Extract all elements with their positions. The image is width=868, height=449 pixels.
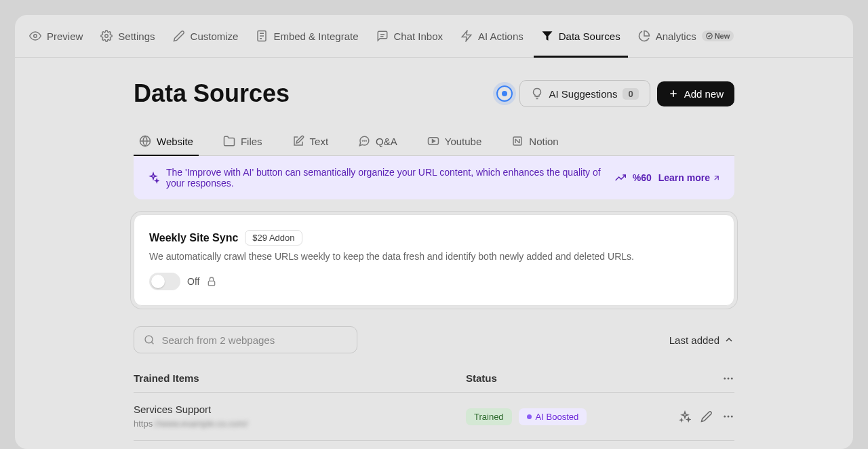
nav-embed-label: Embed & Integrate xyxy=(273,31,358,42)
lock-icon xyxy=(206,276,217,287)
radio-indicator[interactable] xyxy=(496,85,513,102)
nav-embed[interactable]: Embed & Integrate xyxy=(248,15,366,58)
plus-icon xyxy=(668,88,679,99)
nav-ai-actions-label: AI Actions xyxy=(478,31,524,42)
svg-point-17 xyxy=(366,140,367,141)
nav-customize[interactable]: Customize xyxy=(165,15,246,58)
notion-icon xyxy=(511,135,524,147)
tab-qa-label: Q&A xyxy=(376,136,397,147)
svg-line-21 xyxy=(715,176,718,179)
banner-pct: %60 xyxy=(633,172,652,183)
col-header-status: Status xyxy=(466,372,667,387)
pencil-icon xyxy=(173,30,185,42)
ai-suggestions-count: 0 xyxy=(623,88,638,100)
more-icon[interactable] xyxy=(722,372,734,385)
svg-point-1 xyxy=(105,35,108,38)
folder-icon xyxy=(223,135,235,147)
nav-analytics-label: Analytics xyxy=(656,31,696,42)
sort-label: Last added xyxy=(669,334,719,346)
lightbulb-icon xyxy=(531,87,543,100)
svg-point-28 xyxy=(724,416,726,418)
gear-icon xyxy=(100,30,113,42)
tab-website[interactable]: Website xyxy=(134,127,199,155)
addon-price-badge: $29 Addon xyxy=(245,230,302,246)
svg-point-26 xyxy=(728,378,730,380)
nav-settings-label: Settings xyxy=(118,31,155,42)
nav-data-sources-label: Data Sources xyxy=(559,31,620,42)
tab-qa[interactable]: Q&A xyxy=(353,127,403,155)
tab-files-label: Files xyxy=(241,136,262,147)
col-header-items: Trained Items xyxy=(134,372,466,387)
sparkle-action-icon[interactable] xyxy=(679,410,691,423)
lightning-icon xyxy=(460,30,473,42)
chevron-up-icon xyxy=(724,334,734,345)
ai-suggestions-button[interactable]: AI Suggestions 0 xyxy=(519,80,650,107)
message-icon xyxy=(358,135,370,147)
banner-text: The 'Improve with AI' button can semanti… xyxy=(166,167,608,189)
sort-dropdown[interactable]: Last added xyxy=(669,334,734,346)
nav-customize-label: Customize xyxy=(191,31,239,42)
weekly-sync-card: Weekly Site Sync $29 Addon We automatica… xyxy=(134,214,734,306)
svg-point-15 xyxy=(362,140,363,141)
ai-improve-banner: The 'Improve with AI' button can semanti… xyxy=(134,156,734,199)
nav-settings[interactable]: Settings xyxy=(93,15,162,58)
status-trained-badge: Trained xyxy=(466,408,512,425)
arrow-up-right-icon xyxy=(712,174,721,182)
row-more-icon[interactable] xyxy=(722,410,734,423)
tab-text-label: Text xyxy=(310,136,329,147)
sparkle-icon xyxy=(147,172,159,184)
tab-files[interactable]: Files xyxy=(218,127,268,155)
table-row: Services Support https://www.example.co.… xyxy=(134,393,734,441)
addon-desc: We automatically crawl these URLs weekly… xyxy=(149,251,719,262)
tab-website-label: Website xyxy=(157,136,193,147)
page-title: Data Sources xyxy=(134,79,290,108)
item-title: Services Support xyxy=(134,404,466,415)
youtube-icon xyxy=(427,135,439,147)
addon-title: Weekly Site Sync xyxy=(149,232,238,244)
svg-point-27 xyxy=(731,378,733,380)
nav-ai-actions[interactable]: AI Actions xyxy=(453,15,531,58)
nav-preview[interactable]: Preview xyxy=(22,15,90,58)
document-icon xyxy=(256,30,268,42)
item-url: ://www.example.co.com/ xyxy=(153,418,248,429)
add-new-label: Add new xyxy=(684,88,724,100)
ai-suggestions-label: AI Suggestions xyxy=(549,88,617,100)
search-icon xyxy=(144,334,155,346)
filter-icon xyxy=(541,30,553,42)
trend-up-icon xyxy=(615,172,626,183)
svg-marker-9 xyxy=(542,31,552,41)
tab-youtube-label: Youtube xyxy=(445,136,482,147)
top-nav: Preview Settings Customize Embed & Integ… xyxy=(15,15,853,58)
search-input[interactable] xyxy=(161,334,347,346)
tab-notion[interactable]: Notion xyxy=(506,127,564,155)
nav-preview-label: Preview xyxy=(47,31,83,42)
svg-point-16 xyxy=(364,140,365,141)
nav-analytics[interactable]: Analytics New xyxy=(631,15,742,58)
edit-icon[interactable] xyxy=(701,410,713,423)
learn-more-link[interactable]: Learn more xyxy=(658,172,721,183)
tab-text[interactable]: Text xyxy=(287,127,334,155)
eye-icon xyxy=(29,30,41,42)
svg-point-29 xyxy=(728,416,730,418)
chat-icon xyxy=(376,30,389,42)
add-new-button[interactable]: Add new xyxy=(657,81,734,106)
globe-icon xyxy=(139,135,151,147)
addon-toggle[interactable] xyxy=(149,273,180,290)
svg-point-25 xyxy=(724,378,726,380)
tab-youtube[interactable]: Youtube xyxy=(422,127,488,155)
item-url-prefix: https xyxy=(134,418,153,429)
status-boosted-badge: AI Boosted xyxy=(519,408,587,425)
nav-chat[interactable]: Chat Inbox xyxy=(369,15,451,58)
search-box[interactable] xyxy=(134,326,357,353)
new-badge: New xyxy=(702,31,734,41)
sources-table: Trained Items Status Services Support ht… xyxy=(134,367,734,441)
svg-marker-8 xyxy=(462,31,471,41)
nav-chat-label: Chat Inbox xyxy=(394,31,443,42)
svg-point-0 xyxy=(34,35,37,38)
dot-icon xyxy=(527,414,532,419)
svg-marker-19 xyxy=(432,140,435,143)
nav-data-sources[interactable]: Data Sources xyxy=(534,15,628,58)
source-tabs: Website Files Text Q&A Youtube Notion xyxy=(134,127,734,156)
tab-notion-label: Notion xyxy=(529,136,558,147)
svg-point-30 xyxy=(731,416,733,418)
